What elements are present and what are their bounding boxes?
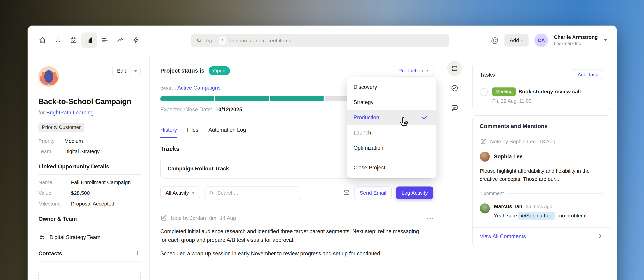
field-label: Milestone: [38, 201, 71, 207]
field-label: Team: [38, 148, 64, 154]
field-value: $28,500: [71, 190, 90, 196]
note-header: Note by Jordan Kim 14 Aug: [160, 215, 433, 222]
field-value: Digital Strategy: [64, 148, 100, 154]
check-circle-icon[interactable]: [447, 81, 462, 96]
ellipsis-icon[interactable]: [427, 218, 433, 219]
add-button[interactable]: Add +: [504, 34, 528, 46]
chevron-down-icon: [134, 70, 137, 72]
field-value: Fall Enrollment Campaign: [71, 179, 131, 185]
comment-note-header: Note by Sophia Lee 13 Aug: [480, 138, 603, 145]
add-task-button[interactable]: Add Task: [573, 69, 603, 80]
section-title: Owner & Team: [38, 216, 141, 222]
edit-split-button[interactable]: Edit: [112, 66, 140, 76]
search-icon: [196, 37, 202, 44]
empty-contacts-dropzone[interactable]: [38, 270, 141, 280]
note-pencil-icon: [480, 138, 487, 145]
mail-icon[interactable]: [343, 189, 350, 197]
menu-item-close-project[interactable]: Close Project: [347, 160, 436, 175]
rows-icon[interactable]: [447, 61, 462, 76]
menu-item-optimization[interactable]: Optimization: [347, 140, 436, 155]
divider: [38, 227, 141, 227]
linked-opportunity-section: Linked Opportunity Details Name Fall Enr…: [38, 163, 141, 207]
field-name: Name Fall Enrollment Campaign: [38, 179, 141, 185]
field-value: Medium: [64, 138, 83, 144]
owner-team-section: Owner & Team Digital Strategy Team: [38, 216, 141, 241]
calendar-check-icon[interactable]: [66, 32, 81, 48]
record-sidebar: Edit Back-to-School Campaign for BrightP…: [28, 55, 150, 280]
status-badge: Open: [208, 66, 230, 75]
trends-icon[interactable]: [112, 32, 128, 48]
progress-segment: [160, 96, 214, 101]
app-window: Type / for search and recent items... @ …: [28, 26, 617, 280]
divider: [347, 158, 436, 158]
task-time: Fri, 22 Aug, 11:00: [492, 98, 581, 104]
comments-card: Comments and Mentions Note by Sophia Lee…: [472, 115, 610, 247]
avatar: [480, 151, 490, 162]
progress-segment: [215, 96, 269, 101]
board-link[interactable]: Active Campaigns: [177, 85, 220, 91]
progress-segment: [270, 96, 324, 101]
note-date: 13 Aug: [539, 139, 555, 144]
check-icon: [421, 114, 428, 121]
menu-item-launch[interactable]: Launch: [347, 125, 436, 140]
tab-files[interactable]: Files: [187, 127, 198, 138]
people-icon: [38, 234, 45, 241]
comment-time: 36 mins ago: [526, 204, 552, 209]
tasks-card: Tasks Add Task Meeting Book strategy rev…: [472, 63, 610, 111]
user-identity[interactable]: Charlie Armstrong Lookmark Inc: [554, 34, 598, 46]
top-navigation-bar: Type / for search and recent items... @ …: [28, 26, 617, 55]
note-body: Completed initial audience research and …: [160, 227, 422, 244]
menu-item-discovery[interactable]: Discovery: [347, 80, 436, 95]
at-mention-icon[interactable]: @: [491, 36, 499, 45]
global-search-input[interactable]: Type / for search and recent items...: [191, 34, 449, 47]
comment-text-prefix: Yeah sure: [494, 213, 517, 219]
chevron-down-icon: [426, 70, 429, 72]
section-title: Linked Opportunity Details: [38, 163, 141, 170]
comment-count: 1 comment: [480, 191, 504, 196]
user-avatar[interactable]: CA: [534, 33, 548, 47]
company-link[interactable]: BrightPath Learning: [46, 110, 94, 116]
slash-key: /: [219, 37, 226, 45]
activity-search-input[interactable]: Search...: [204, 186, 301, 199]
comments-footer[interactable]: View All Comments: [473, 227, 610, 240]
search-placeholder: Search...: [217, 190, 238, 196]
stage-dropdown-button[interactable]: Production: [394, 65, 433, 76]
log-activity-button[interactable]: Log Activity: [396, 186, 433, 199]
company-logo: [38, 66, 59, 87]
chat-bubble-icon[interactable]: [447, 100, 462, 115]
chevron-down-icon[interactable]: [604, 39, 607, 41]
record-subtitle: for BrightPath Learning: [38, 110, 141, 116]
task-checkbox[interactable]: [480, 88, 488, 96]
status-row: Project status is Open Production: [160, 65, 433, 76]
comment-item: Marcus Tan 36 mins ago Yeah sure @Sophia…: [480, 203, 603, 220]
team-row[interactable]: Digital Strategy Team: [38, 234, 141, 241]
menu-item-strategy[interactable]: Strategy: [347, 95, 436, 110]
menu-item-label: Production: [354, 114, 379, 121]
align-list-icon[interactable]: [97, 32, 112, 48]
automation-bolt-icon[interactable]: [128, 32, 144, 48]
edit-dropdown-toggle[interactable]: [130, 66, 140, 76]
tab-automation-log[interactable]: Automation Log: [208, 127, 246, 138]
comment-count-row: 1 comment: [480, 191, 603, 196]
tab-history[interactable]: History: [160, 127, 177, 138]
activity-filter-button[interactable]: All Activity: [160, 186, 200, 199]
analytics-bars-icon[interactable]: [81, 32, 97, 48]
view-all-comments-link[interactable]: View All Comments: [480, 233, 526, 240]
note-meta-text: Note by Sophia Lee: [490, 139, 536, 144]
field-label: Value: [38, 190, 71, 196]
mention-pill[interactable]: @Sophia Lee: [518, 212, 555, 220]
menu-item-production[interactable]: Production: [347, 110, 436, 125]
edit-button[interactable]: Edit: [112, 68, 130, 74]
add-contact-plus-icon[interactable]: [134, 250, 141, 257]
task-item[interactable]: Meeting Book strategy review call Fri, 2…: [480, 87, 603, 104]
stage-button-label: Production: [398, 68, 423, 74]
field-team: Team Digital Strategy: [38, 148, 141, 154]
track-name: Campaign Rollout Track: [168, 166, 229, 172]
contacts-icon[interactable]: [50, 32, 66, 48]
subtitle-prefix: for: [38, 110, 45, 116]
send-email-button[interactable]: Send Email: [354, 186, 392, 199]
search-placeholder-prefix: Type: [205, 38, 216, 44]
home-icon[interactable]: [34, 32, 50, 48]
field-label: Priority: [38, 138, 64, 144]
side-icon-rail: [443, 55, 466, 280]
